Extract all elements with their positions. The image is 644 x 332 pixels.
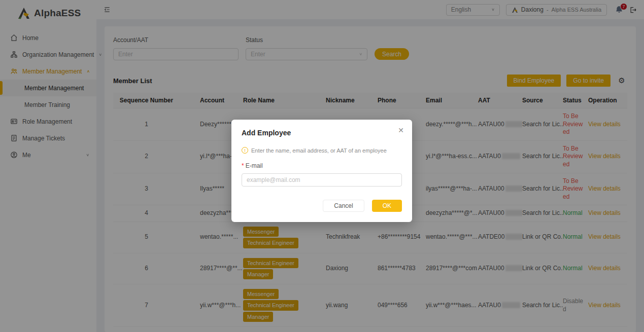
ok-button[interactable]: OK [372,200,402,212]
add-employee-dialog: Add Employee ✕ ! Enter the name, email a… [231,120,412,222]
email-field[interactable] [242,173,402,187]
dialog-title: Add Employee [242,129,402,137]
email-field-label: *E-mail [242,162,402,169]
cancel-button[interactable]: Cancel [323,200,364,212]
warning-icon: ! [242,147,248,154]
dialog-hint: ! Enter the name, email address, or AAT … [242,147,402,154]
close-icon[interactable]: ✕ [398,126,404,134]
dialog-hint-text: Enter the name, email address, or AAT of… [251,147,387,154]
required-asterisk: * [242,162,244,169]
